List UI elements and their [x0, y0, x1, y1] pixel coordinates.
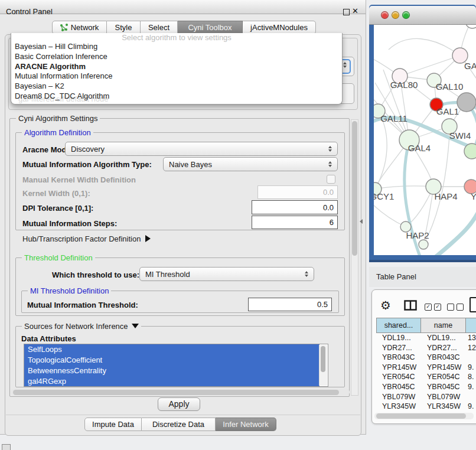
table-cell: YER054C	[376, 372, 421, 382]
data-attributes-list: SelfLoopsTopologicalCoefficientBetweenne…	[24, 344, 328, 387]
gear-icon[interactable]: ⚙	[380, 298, 391, 312]
network-node-label: GAL10	[436, 81, 464, 92]
tab-discretize-data[interactable]: Discretize Data	[142, 418, 216, 431]
tab-style[interactable]: Style	[107, 21, 141, 34]
attribute-item-selfloops[interactable]: SelfLoops	[24, 344, 319, 355]
minimize-traffic-light-icon[interactable]	[392, 11, 399, 19]
control-panel-title: Control Panel	[6, 7, 53, 16]
network-edge[interactable]	[374, 202, 406, 227]
settings-vscroll-thumb[interactable]	[352, 121, 357, 256]
algorithm-option-aracne-algorithm[interactable]: ARACNE Algorithm	[11, 62, 342, 72]
data-attributes-label: Data Attributes	[21, 334, 76, 343]
node-table: shared...nameA YDL19...YDL19...13YDR27..…	[376, 318, 476, 421]
mi-steps-field[interactable]	[252, 216, 338, 229]
sources-title[interactable]: Sources for Network Inference	[22, 322, 141, 331]
algorithm-option-dream8-dc-tdc-algorithm[interactable]: Dream8 DC_TDC Algorithm	[11, 92, 342, 102]
mi-steps-label: Mutual Information Steps:	[22, 219, 117, 228]
table-hscroll-thumb[interactable]	[376, 413, 466, 419]
column-header-a[interactable]: A	[466, 318, 476, 333]
tab-impute-data[interactable]: Impute Data	[84, 418, 142, 431]
dpi-tolerance-field[interactable]	[252, 200, 338, 214]
table-cell: 12	[466, 343, 476, 353]
list-scrollbar[interactable]	[319, 345, 327, 386]
network-node-bottom-node[interactable]	[419, 240, 428, 249]
network-node-top-partial[interactable]	[465, 25, 476, 28]
table-panel-title: Table Panel	[376, 272, 416, 281]
list-scrollbar-thumb[interactable]	[321, 346, 325, 372]
tab-network[interactable]: Network	[52, 21, 107, 34]
screen: Control Panel ✕ NetworkStyleSelectCyni T…	[0, 0, 476, 450]
table-row[interactable]: YBR043CYBR043C	[376, 353, 476, 363]
mi-threshold-field[interactable]	[248, 298, 332, 311]
column-header-shared[interactable]: shared...	[376, 318, 421, 333]
network-edge[interactable]	[400, 56, 460, 76]
data-attributes-items: SelfLoopsTopologicalCoefficientBetweenne…	[24, 344, 328, 387]
network-node-gray-node[interactable]	[457, 93, 476, 112]
attribute-item-gal4rgexp[interactable]: gal4RGexp	[24, 376, 319, 387]
table-horizontal-scrollbar[interactable]	[374, 413, 474, 419]
table-row[interactable]: YDL19...YDL19...13	[376, 333, 476, 343]
network-edge-thick[interactable]	[431, 200, 476, 255]
clear-all-checks-icon[interactable]	[447, 304, 464, 311]
threshold-definition-title: Threshold Definition	[22, 253, 95, 262]
column-header-name[interactable]: name	[421, 318, 466, 333]
table-cell	[466, 392, 476, 402]
network-node-big-green[interactable]	[464, 144, 476, 159]
kernel-width-label: Kernel Width (0,1):	[22, 189, 90, 198]
attribute-item-topologicalcoefficient[interactable]: TopologicalCoefficient	[24, 355, 319, 366]
panel-divider-line	[6, 415, 360, 415]
which-threshold-label: Which threshold to use:	[52, 270, 139, 279]
attribute-item-betweennesscentrality[interactable]: BetweennessCentrality	[24, 366, 319, 376]
close-traffic-light-icon[interactable]	[381, 11, 389, 19]
settings-horizontal-scrollbar[interactable]	[11, 389, 350, 396]
settings-vertical-scrollbar[interactable]	[351, 119, 358, 396]
aracne-mode-value: Discovery	[71, 145, 105, 154]
algorithm-option-basic-correlation-inference[interactable]: Basic Correlation Inference	[11, 52, 342, 62]
table-cell: YBR043C	[376, 353, 421, 363]
network-edge[interactable]	[389, 38, 460, 56]
table-cell: YPR145W	[421, 363, 466, 373]
tab-jactivemnodules[interactable]: jActiveMNodules	[243, 21, 316, 34]
algorithm-definition-title: Algorithm Definition	[22, 128, 93, 137]
table-cell: YPR145W	[376, 363, 421, 373]
table-row[interactable]: YDR27...YDR27...12	[376, 343, 476, 353]
table-cell: 9.	[466, 402, 476, 412]
kernel-width-field[interactable]	[257, 185, 338, 199]
tab-infer-network[interactable]: Infer Network	[216, 418, 276, 431]
zoom-traffic-light-icon[interactable]	[402, 11, 410, 19]
algorithm-option-mutual-information-inference[interactable]: Mutual Information Inference	[11, 71, 342, 81]
table-row[interactable]: YER054CYER054C8.	[376, 372, 476, 382]
manual-kernel-checkbox[interactable]	[327, 175, 335, 184]
hub-definition-toggle[interactable]: Hub/Transcription Factor Definition	[22, 234, 151, 243]
tab-cyni-toolbox[interactable]: Cyni Toolbox	[178, 21, 243, 34]
close-icon[interactable]: ✕	[352, 6, 358, 15]
settings-hscroll-thumb[interactable]	[13, 390, 339, 395]
mi-type-combo[interactable]: Naive Bayes	[163, 157, 338, 171]
which-threshold-combo[interactable]: MI Threshold	[139, 267, 314, 281]
select-all-checks-icon[interactable]: ✓ ✓	[425, 304, 441, 311]
network-canvas[interactable]: GAL7GAL80GAL10GAL1GAL11SWI4GAL4GCY1HAP4Y…	[374, 25, 476, 255]
algorithm-option-bayesian-k2[interactable]: Bayesian – K2	[11, 81, 342, 92]
unchecked-box-icon	[447, 304, 454, 311]
table-row[interactable]: YBL079WYBL079W	[376, 392, 476, 402]
stepper-icon	[305, 271, 308, 277]
dpi-tolerance-label: DPI Tolerance [0,1]:	[22, 204, 93, 213]
algorithm-option-bayesian-hill-climbing[interactable]: Bayesian – Hill Climbing	[11, 42, 342, 52]
float-window-icon[interactable]	[343, 9, 350, 15]
settings-group-title: Cyni Algorithm Settings	[16, 114, 100, 123]
corner-widget-icon[interactable]	[2, 444, 11, 450]
table-row[interactable]: YLR345WYLR345W9.	[376, 402, 476, 412]
table-cell	[466, 353, 476, 363]
table-row[interactable]: YPR145WYPR145W9.	[376, 363, 476, 373]
table-row[interactable]: YBR045CYBR045C9.	[376, 382, 476, 392]
tab-select[interactable]: Select	[141, 21, 178, 34]
control-panel-titlebar[interactable]	[0, 0, 366, 14]
apply-button[interactable]: Apply	[158, 397, 200, 411]
split-pane-grip-icon[interactable]	[360, 219, 363, 224]
mi-type-label: Mutual Information Algorithm Type:	[22, 160, 152, 169]
popup-item-list: Bayesian – Hill ClimbingBasic Correlatio…	[11, 42, 342, 102]
split-columns-icon[interactable]	[404, 300, 417, 311]
aracne-mode-combo[interactable]: Discovery	[65, 142, 338, 156]
tab-label: Impute Data	[92, 420, 134, 429]
document-icon[interactable]	[470, 297, 476, 312]
